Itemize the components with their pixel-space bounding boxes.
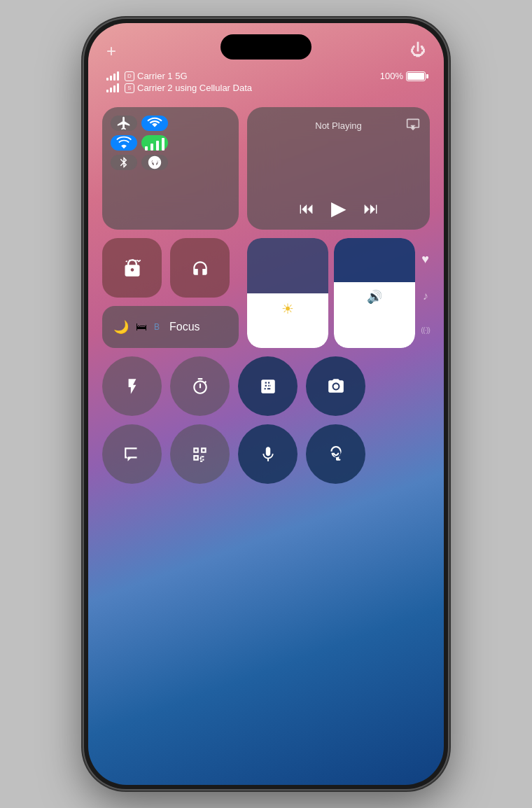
bluetooth-button[interactable] [111, 155, 137, 170]
playback-controls: ⏮ ▶ ⏭ [257, 197, 420, 220]
now-playing-panel: Not Playing ⏮ ▶ ⏭ [247, 107, 430, 230]
signal-bar [106, 90, 108, 92]
power-button[interactable]: ⏻ [410, 41, 426, 60]
row-1: Not Playing ⏮ ▶ ⏭ [102, 107, 430, 230]
screen: + ⏻ D Carrier 1 5G 100% [88, 23, 444, 785]
hearing-button[interactable] [306, 424, 365, 484]
signal-bar [110, 88, 112, 92]
battery-icon [406, 71, 426, 81]
focus-button[interactable]: 🌙 🛏 B Focus [102, 306, 239, 348]
timer-button[interactable] [170, 356, 230, 416]
heart-icon: ♥ [421, 252, 429, 267]
calculator-button[interactable] [238, 356, 298, 416]
sliders-section: ☀ 🔊 [247, 238, 430, 348]
carrier2-row: S Carrier 2 using Cellular Data [106, 83, 426, 93]
volume-slider[interactable]: 🔊 [334, 238, 415, 348]
signal-bar [106, 78, 108, 81]
signal-bars-2 [106, 83, 119, 92]
bed-icon: 🛏 [136, 321, 147, 333]
battery-indicator: 100% [380, 71, 426, 81]
rotation-lock-button[interactable] [102, 238, 162, 298]
carrier1-row: D Carrier 1 5G 100% [106, 71, 426, 81]
signal-bars-1 [106, 71, 119, 81]
moon-icon: 🌙 [113, 319, 129, 335]
carrier1-badge: D [125, 71, 134, 81]
volume-icon: 🔊 [367, 289, 382, 305]
radio-waves-icon: ((·)) [421, 326, 430, 334]
signal-bar [117, 83, 119, 92]
hotspot-button[interactable] [141, 116, 168, 131]
carrier2-badge: S [125, 83, 134, 93]
airdrop-button[interactable] [141, 155, 168, 170]
airplay-button[interactable] [406, 117, 420, 134]
brightness-icon: ☀ [281, 300, 294, 317]
mute-button[interactable] [170, 238, 230, 298]
quick-actions-row-1 [102, 356, 430, 416]
signal-bar [110, 76, 112, 81]
row-2: 🌙 🛏 B Focus ☀ [102, 238, 430, 348]
left-controls: 🌙 🛏 B Focus [102, 238, 239, 348]
flashlight-button[interactable] [102, 356, 162, 416]
quick-actions-row-2 [102, 424, 430, 484]
side-icons: ♥ ♪ ((·)) [421, 238, 430, 348]
cellular-button[interactable] [141, 135, 168, 151]
status-bar: D Carrier 1 5G 100% S Carrier 2 using [106, 71, 426, 95]
now-playing-title: Not Playing [315, 120, 361, 131]
battery-percent: 100% [380, 71, 403, 81]
qr-code-button[interactable] [170, 424, 230, 484]
screen-mirror-button[interactable] [102, 424, 162, 484]
now-playing-header: Not Playing [257, 117, 420, 134]
focus-label: Focus [169, 321, 200, 333]
control-center: Not Playing ⏮ ▶ ⏭ [102, 107, 430, 492]
add-button[interactable]: + [106, 41, 116, 61]
connectivity-panel [102, 107, 239, 230]
airplane-mode-button[interactable] [111, 116, 137, 131]
voice-memo-button[interactable] [238, 424, 298, 484]
previous-button[interactable]: ⏮ [299, 200, 314, 218]
focus-badge: B [154, 322, 160, 332]
brightness-slider[interactable]: ☀ [247, 238, 328, 348]
lock-mute-row [102, 238, 239, 298]
dynamic-island [220, 34, 312, 60]
signal-bar [113, 85, 115, 92]
carrier2-label: Carrier 2 using Cellular Data [137, 83, 252, 93]
phone-frame: + ⏻ D Carrier 1 5G 100% [84, 19, 448, 789]
play-button[interactable]: ▶ [331, 197, 346, 220]
battery-fill [407, 73, 424, 80]
music-note-icon: ♪ [423, 290, 428, 302]
carrier1-label: Carrier 1 5G [137, 71, 188, 81]
camera-button[interactable] [306, 356, 365, 416]
signal-bar [117, 71, 119, 81]
connectivity-grid [111, 116, 168, 170]
wifi-button[interactable] [111, 135, 137, 151]
next-button[interactable]: ⏭ [363, 200, 379, 218]
signal-bar [113, 74, 115, 81]
